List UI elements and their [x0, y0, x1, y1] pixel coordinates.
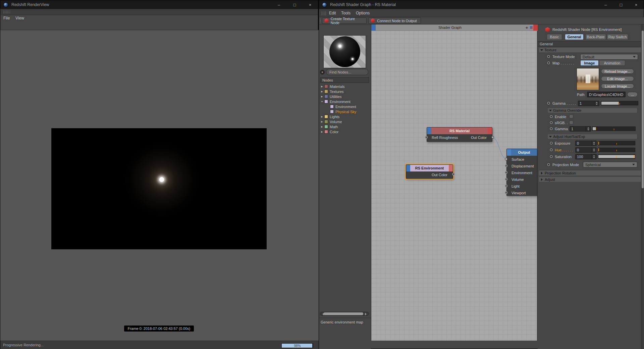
environment-port[interactable]	[505, 171, 507, 174]
tree-item-color[interactable]: ▶Color	[320, 129, 338, 134]
browse-path-button[interactable]: ...	[627, 92, 638, 97]
horizontal-scrollbar[interactable]	[320, 312, 369, 316]
tree-item-lights[interactable]: ▶Lights	[320, 114, 339, 119]
refl-roughness-port[interactable]	[425, 136, 428, 139]
scrollbar-thumb[interactable]	[642, 31, 644, 188]
volume-port[interactable]	[505, 178, 507, 181]
tab-basic[interactable]: Basic	[547, 34, 562, 40]
override-gamma-spinner[interactable]: 1	[570, 126, 591, 132]
maximize-button[interactable]: □	[287, 0, 302, 9]
edit-image-button[interactable]: Edit Image...	[601, 76, 634, 81]
spinner-arrows-icon[interactable]	[591, 154, 595, 159]
expand-arrow-icon[interactable]: ▶	[320, 120, 324, 123]
displacement-port[interactable]	[505, 164, 507, 167]
material-preview[interactable]	[323, 35, 366, 68]
spinner-arrows-icon[interactable]	[591, 141, 595, 146]
exposure-spinner[interactable]: 0	[575, 141, 597, 146]
render-viewport[interactable]: Frame 0: 2018-07-06 02:43:57 (0.00s)	[0, 30, 319, 341]
out-color-port[interactable]	[452, 173, 455, 176]
viewport-port[interactable]	[505, 191, 507, 194]
menu-edit[interactable]: Edit	[329, 9, 336, 17]
surface-port[interactable]	[505, 158, 507, 160]
path-field[interactable]: D:\Graphics\C4D\HD	[587, 92, 626, 97]
node-rs-environment[interactable]: RS Environment Out Color	[406, 164, 453, 179]
section-adjust-collapsed[interactable]: Adjust	[539, 177, 642, 182]
tab-general[interactable]: General	[565, 34, 584, 40]
grip-handle-icon[interactable]	[321, 11, 326, 15]
param-dot[interactable]	[547, 61, 550, 65]
param-dot[interactable]	[547, 163, 550, 166]
saturation-slider[interactable]	[598, 154, 635, 159]
tree-item-volume[interactable]: ▶Volume	[320, 119, 342, 124]
minimize-button[interactable]: –	[598, 0, 613, 9]
close-button[interactable]: ×	[629, 0, 644, 9]
wire-material-to-output[interactable]	[492, 138, 507, 159]
reload-image-button[interactable]: Reload Image...	[601, 69, 634, 74]
saturation-spinner[interactable]: 100	[575, 154, 597, 159]
srgb-checkbox[interactable]	[569, 120, 573, 124]
enable-checkbox[interactable]	[569, 114, 573, 118]
param-dot[interactable]	[549, 115, 553, 118]
node-rs-material[interactable]: RS Material Refl Roughness Out Color	[427, 127, 492, 142]
scroll-right-icon[interactable]	[365, 313, 368, 315]
gamma-spinner[interactable]: 1	[578, 101, 599, 106]
light-port[interactable]	[505, 185, 507, 187]
scrollbar-thumb[interactable]	[324, 312, 363, 315]
param-dot[interactable]	[549, 148, 553, 152]
param-dot[interactable]	[549, 141, 553, 145]
create-texture-node-button[interactable]: Create Texture Node	[322, 17, 367, 24]
map-image-button[interactable]: Image	[580, 60, 599, 66]
section-texture[interactable]: Texture	[539, 48, 642, 52]
find-nodes-input[interactable]: Find Nodes...	[326, 69, 368, 75]
node-header[interactable]: Output	[507, 149, 537, 156]
section-projection-rotation[interactable]: Projection Rotation	[539, 170, 642, 176]
tab-ray-switch[interactable]: Ray Switch	[607, 34, 628, 40]
locate-image-button[interactable]: Locate Image...	[601, 84, 634, 89]
expand-arrow-icon[interactable]: ▶	[320, 90, 324, 93]
section-adjust-hse[interactable]: Adjust Hue/Sat/Exp	[548, 134, 637, 139]
vertical-scrollbar[interactable]	[641, 24, 644, 349]
param-dot[interactable]	[549, 121, 553, 124]
menu-tools[interactable]: Tools	[341, 9, 351, 17]
param-dot[interactable]	[549, 127, 553, 131]
grip-handle-icon[interactable]	[320, 18, 321, 23]
renderview-titlebar[interactable]: Redshift RenderView – □ ×	[0, 0, 318, 9]
node-header[interactable]: RS Environment	[406, 165, 453, 171]
exposure-slider[interactable]	[598, 141, 635, 145]
minimize-button[interactable]: –	[271, 0, 286, 9]
override-gamma-slider[interactable]	[592, 127, 636, 131]
expand-arrow-icon[interactable]: ▶	[320, 115, 324, 118]
maximize-button[interactable]: □	[613, 0, 629, 9]
expand-arrow-icon[interactable]: ▶	[320, 131, 324, 133]
gamma-slider[interactable]	[601, 101, 638, 105]
map-animation-button[interactable]: Animation	[599, 60, 625, 66]
spinner-arrows-icon[interactable]	[586, 127, 589, 131]
spinner-arrows-icon[interactable]	[594, 101, 598, 106]
tab-back-plate[interactable]: Back-Plate	[585, 34, 606, 40]
projection-mode-dropdown[interactable]: Spherical	[583, 162, 637, 167]
node-header[interactable]: RS Material	[427, 128, 492, 134]
tree-item-environment[interactable]: ▼Environment	[320, 99, 351, 104]
tree-item-environment-child[interactable]: Environment	[326, 104, 356, 109]
texture-mode-dropdown[interactable]: Default	[580, 54, 638, 60]
tree-item-physical-sky[interactable]: Physical Sky	[326, 109, 356, 114]
tree-item-math[interactable]: ▶Math	[320, 124, 338, 129]
param-dot[interactable]	[547, 55, 550, 58]
expand-arrow-icon[interactable]: ▶	[320, 85, 324, 88]
menu-options[interactable]: Options	[356, 9, 370, 17]
menu-file[interactable]: File	[3, 15, 10, 21]
out-color-port[interactable]	[491, 136, 494, 139]
texture-thumbnail[interactable]	[577, 68, 599, 90]
param-dot[interactable]	[547, 101, 550, 105]
collapse-arrow-icon[interactable]: ▼	[320, 100, 324, 103]
section-gamma-override[interactable]: Gamma Override	[548, 108, 637, 113]
menu-view[interactable]: View	[15, 15, 24, 21]
hue-slider[interactable]	[598, 148, 635, 152]
tree-item-utilities[interactable]: ▶Utilities	[320, 94, 341, 99]
hue-spinner[interactable]: 0	[575, 147, 597, 153]
expand-arrow-icon[interactable]: ▶	[320, 95, 324, 98]
node-output[interactable]: Output Surface Displacement Environment …	[506, 149, 537, 196]
connect-node-to-output-button[interactable]: Connect Node to Output	[368, 17, 421, 24]
shader-graph-canvas[interactable]: Shader Graph + RS Material Refl Roughnes…	[371, 24, 537, 341]
tree-item-materials[interactable]: ▶Materials	[320, 84, 345, 89]
